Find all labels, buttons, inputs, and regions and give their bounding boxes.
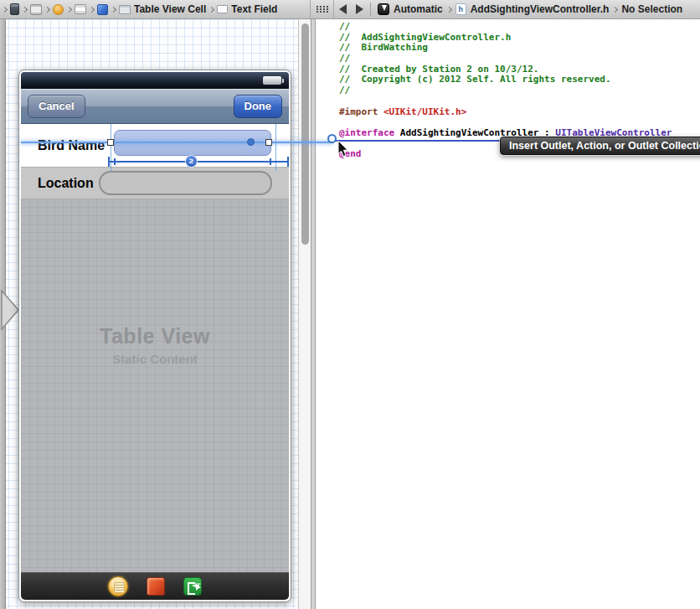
breadcrumb-no-selection[interactable]: No Selection [621,3,682,15]
navigation-bar[interactable]: Cancel Done [21,89,289,124]
breadcrumb-table-view-cell[interactable]: Table View Cell [134,3,206,15]
chevron-icon [44,6,50,12]
status-bar [21,72,289,89]
view-controller-scene[interactable]: Cancel Done Bird Name Location Table Vie… [18,70,291,602]
document-outline-toggle[interactable] [1,289,19,331]
assistant-tuxedo-icon [378,3,389,15]
chevron-icon [111,6,116,12]
cube-icon[interactable] [97,4,108,15]
chevron-icon [2,6,8,12]
bird-name-label[interactable]: Bird Name [21,138,105,153]
grid-dots-icon [317,6,328,13]
view-controller-icon[interactable] [108,576,128,596]
related-items-menu[interactable] [311,0,334,18]
cancel-button[interactable]: Cancel [28,95,85,118]
constraint-measurement-line [109,161,289,163]
code-line: // Copyright (c) 2012 Self. All rights r… [339,74,700,85]
connection-origin-dot[interactable] [247,138,255,146]
scene-dock [21,572,289,600]
file-icon[interactable] [10,3,19,15]
jump-bar-right: Automatic h AddSightingViewController.h … [334,0,700,18]
source-editor[interactable]: // // AddSightingViewController.h // Bir… [316,19,700,609]
code-line: // [339,53,700,64]
measurement-tick [108,157,110,167]
table-view-placeholder-subtitle: Static Content [21,352,289,366]
interface-keyword: @interface [339,127,394,138]
measurement-tick [114,158,116,165]
code-line: // BirdWatching [339,42,700,53]
chevron-icon [612,6,618,12]
jump-bar: Table View Cell Text Field Automatic h A… [0,0,700,19]
battery-icon [263,76,281,85]
first-responder-cube-icon[interactable] [147,577,165,596]
connection-endpoint-circle[interactable] [327,134,337,143]
xcode-assistant-editor-window: Table View Cell Text Field Automatic h A… [0,0,700,609]
table-view-placeholder-title: Table View [21,324,289,348]
code-line-blank [339,116,700,127]
alignment-guide-right [275,124,276,171]
code-line: // [339,21,700,32]
code-line: // Created by Station 2 on 10/3/12. [339,64,700,75]
breadcrumb-filename[interactable]: AddSightingViewController.h [471,3,610,15]
chevron-icon [22,6,28,12]
chevron-icon [446,6,452,12]
location-text-field[interactable] [99,171,272,195]
ib-canvas[interactable]: Cancel Done Bird Name Location Table Vie… [0,19,298,609]
back-button[interactable] [339,4,347,14]
code-line-import: #import <UIKit/UIKit.h> [339,106,700,117]
code-line-blank [339,95,700,106]
resize-handle-right[interactable] [265,139,272,146]
location-label[interactable]: Location [21,176,94,191]
canvas-scrollbar[interactable] [298,19,311,609]
jump-bar-left: Table View Cell Text Field [0,0,311,18]
code-line: // AddSightingViewController.h [339,32,700,43]
scrollbar-thumb[interactable] [301,23,309,245]
divider [370,3,371,16]
text-field-icon [217,5,228,13]
exit-segue-icon[interactable] [183,577,202,596]
chevron-icon [89,6,95,12]
header-file-icon: h [456,3,466,15]
import-header: <UIKit/UIKit.h> [383,106,466,117]
forward-button[interactable] [356,4,363,14]
constraint-badge: ≥ [185,155,198,168]
mouse-cursor-icon [337,141,349,157]
table-cell-location[interactable]: Location [21,167,289,199]
alignment-guide-left [111,124,111,171]
storyboard-icon[interactable] [30,4,42,15]
table-view-background[interactable]: Table View Static Content [21,199,289,572]
table-view-icon[interactable] [75,4,86,14]
view-controller-icon[interactable] [53,4,64,15]
insert-outlet-tooltip: Insert Outlet, Action, or Outlet Collect… [500,137,700,155]
connection-drag-line [21,142,332,143]
code-line: // [339,85,700,95]
measurement-tick [287,157,289,167]
measurement-tick [270,158,271,165]
chevron-icon [66,6,72,12]
resize-handle-left[interactable] [107,139,114,146]
import-directive: #import [339,106,383,117]
table-view-cell-icon [119,5,131,14]
chevron-icon [208,6,214,12]
breadcrumb-automatic[interactable]: Automatic [394,3,443,15]
breadcrumb-text-field[interactable]: Text Field [231,3,277,15]
done-button[interactable]: Done [234,95,283,118]
